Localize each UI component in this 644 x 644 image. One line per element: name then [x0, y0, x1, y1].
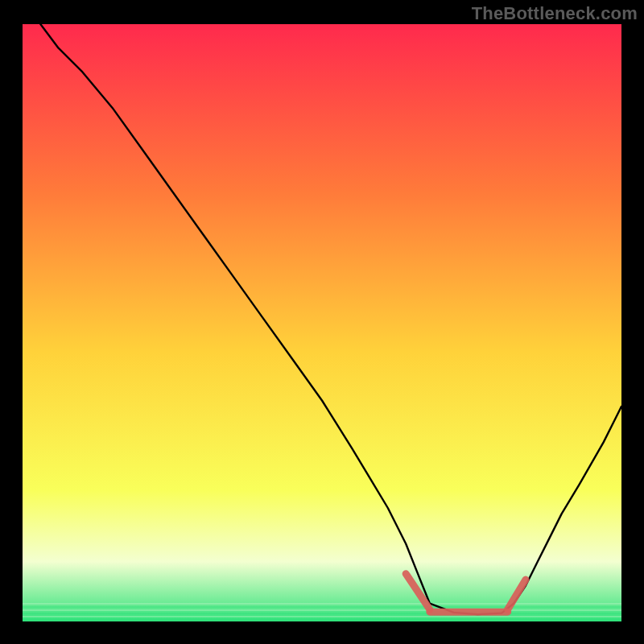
watermark-label: TheBottleneck.com [472, 3, 638, 24]
svg-rect-0 [23, 24, 621, 621]
bottleneck-chart [0, 0, 644, 644]
plot-area [23, 24, 621, 621]
chart-stage: TheBottleneck.com [0, 0, 644, 644]
